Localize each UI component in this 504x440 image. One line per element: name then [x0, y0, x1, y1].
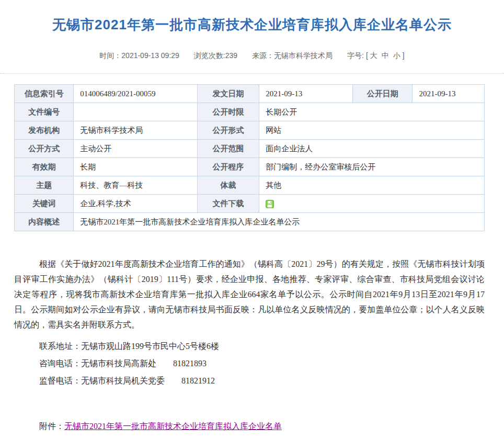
meta-bar: 时间：2021-09-13 09:29浏览次数:239来源：无锡市科学技术局字号…: [0, 51, 504, 61]
document-info-table: 信息索引号 014006489/2021-00059 发文日期 2021-09-…: [14, 84, 485, 231]
table-row: 内容概述 无锡市2021年第一批市高新技术企业培育库拟入库企业名单公示: [15, 213, 485, 231]
article-body: 根据《关于做好2021年度高新技术企业培育工作的通知》（锡科高〔2021〕29号…: [14, 256, 485, 440]
field-label-public-form: 公开形式: [197, 121, 259, 140]
field-value-summary: 无锡市2021年第一批市高新技术企业培育库拟入库企业名单公示: [74, 213, 485, 231]
contact-group: 联系地址：无锡市观山路199号市民中心5号楼6楼 咨询电话：无锡市科技局高新处 …: [14, 337, 485, 389]
divider: [0, 73, 504, 74]
field-value-keywords: 企业,科学,技术: [74, 195, 197, 213]
main-paragraph: 根据《关于做好2021年度高新技术企业培育工作的通知》（锡科高〔2021〕29号…: [14, 256, 485, 332]
announcement-page: 无锡市2021年第一批市高新技术企业培育库拟入库企业名单公示 时间：2021-0…: [0, 0, 504, 440]
attachment-label: 附件：: [39, 422, 64, 431]
table-row: 公开方式 主动公开 公开范围 面向企业法人: [15, 140, 485, 158]
fontsize-large-button[interactable]: 大: [370, 51, 377, 60]
fontsize-suffix: ]: [403, 51, 405, 60]
fontsize-prefix: 字号: [: [347, 51, 368, 60]
source-label: 来源：无锡市科学技术局: [252, 51, 333, 60]
field-label-topic: 主题: [15, 176, 74, 195]
contact-address: 联系地址：无锡市观山路199号市民中心5号楼6楼: [14, 337, 485, 355]
field-value-public-form: 网站: [259, 121, 485, 140]
table-row: 文件编号 公开时限 长期公开: [15, 103, 485, 121]
field-label-publisher: 发布机构: [15, 121, 74, 140]
field-value-validity: 长期: [74, 158, 197, 176]
field-label-issue-date: 发文日期: [197, 85, 259, 103]
table-row: 有效期 长期 公开程序 部门编制，经办公室审核后公开: [15, 158, 485, 176]
field-label-summary: 内容概述: [15, 213, 74, 231]
field-value-public-duration: 长期公开: [259, 103, 485, 121]
field-label-public-procedure: 公开程序: [197, 158, 259, 176]
field-label-validity: 有效期: [15, 158, 74, 176]
view-count: 浏览次数:239: [194, 51, 237, 60]
field-value-genre: 其他: [259, 176, 485, 195]
field-value-public-procedure: 部门编制，经办公室审核后公开: [259, 158, 485, 176]
field-value-public-scope: 面向企业法人: [259, 140, 485, 158]
field-value-issue-date: 2021-09-13: [259, 85, 353, 103]
table-row: 关键词 企业,科学,技术 文件下载: [15, 195, 485, 213]
table-row: 信息索引号 014006489/2021-00059 发文日期 2021-09-…: [15, 85, 485, 103]
field-value-topic: 科技、教育—科技: [74, 176, 197, 195]
fontsize-small-button[interactable]: 小: [393, 51, 400, 60]
field-value-public-date: 2021-09-13: [413, 85, 485, 103]
field-label-file-download: 文件下载: [197, 195, 259, 213]
attachment-row: 附件：无锡市2021年第一批市高新技术企业培育库拟入库企业名单: [14, 419, 485, 434]
table-row: 主题 科技、教育—科技 体裁 其他: [15, 176, 485, 195]
table-row: 发布机构 无锡市科学技术局 公开形式 网站: [15, 121, 485, 140]
field-value-doc-number: [74, 103, 197, 121]
publish-time: 时间：2021-09-13 09:29: [99, 51, 179, 60]
field-label-index-number: 信息索引号: [15, 85, 74, 103]
page-title: 无锡市2021年第一批市高新技术企业培育库拟入库企业名单公示: [0, 16, 504, 34]
content-column: 信息索引号 014006489/2021-00059 发文日期 2021-09-…: [14, 84, 485, 440]
supervise-phone: 监督电话：无锡市科技局机关党委 81821912: [14, 372, 485, 389]
field-value-publisher: 无锡市科学技术局: [74, 121, 197, 140]
field-label-public-duration: 公开时限: [197, 103, 259, 121]
field-label-keywords: 关键词: [15, 195, 74, 213]
contact-phone: 咨询电话：无锡市科技局高新处 81821893: [14, 355, 485, 372]
field-label-genre: 体裁: [197, 176, 259, 195]
field-value-file-download: [259, 195, 485, 213]
fontsize-medium-button[interactable]: 中: [382, 51, 389, 60]
attachment-link[interactable]: 无锡市2021年第一批市高新技术企业培育库拟入库企业名单: [64, 422, 282, 431]
field-value-index-number: 014006489/2021-00059: [74, 85, 197, 103]
field-label-public-method: 公开方式: [15, 140, 74, 158]
field-value-public-method: 主动公开: [74, 140, 197, 158]
field-label-public-date: 公开日期: [353, 85, 413, 103]
save-icon[interactable]: [266, 200, 274, 208]
field-label-doc-number: 文件编号: [15, 103, 74, 121]
field-label-public-scope: 公开范围: [197, 140, 259, 158]
fontsize-control: 字号: [大中小]: [347, 51, 405, 60]
